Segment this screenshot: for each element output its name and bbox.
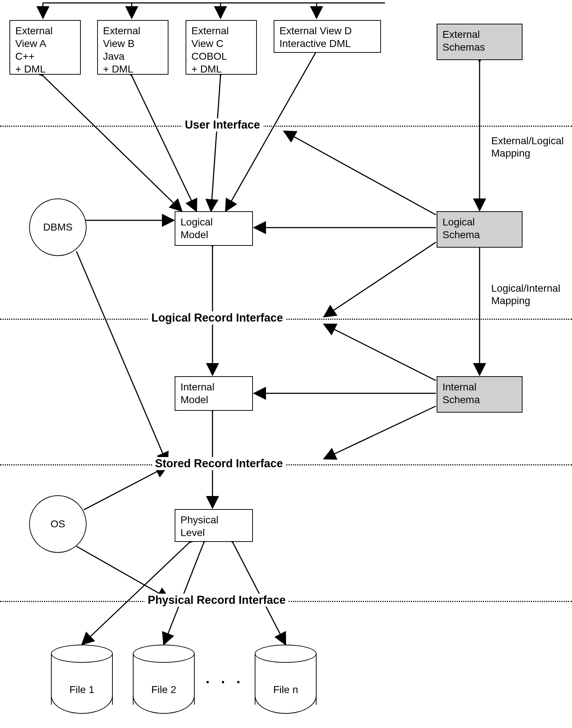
stored-record-line — [0, 464, 572, 465]
external-view-d: External View D Interactive DML — [274, 20, 381, 53]
logical-record-line — [0, 319, 572, 320]
svg-line-5 — [43, 76, 182, 211]
physical-level: Physical Level — [175, 509, 253, 542]
logical-record-label: Logical Record Interface — [148, 311, 286, 324]
file-2-label: File 2 — [133, 684, 195, 696]
arrows-layer — [0, 0, 572, 728]
svg-line-11 — [284, 131, 436, 215]
physical-record-label: Physical Record Interface — [145, 594, 289, 607]
file-1-cylinder: File 1 — [51, 645, 113, 714]
user-interface-line — [0, 126, 572, 127]
stored-record-label: Stored Record Interface — [152, 457, 286, 470]
diagram-canvas: External View A C++ + DML External View … — [0, 0, 572, 728]
file-1-label: File 1 — [51, 684, 113, 696]
svg-line-18 — [76, 251, 167, 464]
svg-line-20 — [76, 546, 169, 599]
files-ellipsis: . . . — [206, 670, 244, 686]
internal-schema: Internal Schema — [437, 376, 523, 413]
external-schemas: External Schemas — [437, 24, 523, 60]
file-n-label: File n — [255, 684, 317, 696]
file-2-cylinder: File 2 — [133, 645, 195, 714]
logical-internal-mapping-label: Logical/Internal Mapping — [491, 282, 560, 307]
dbms-circle: DBMS — [29, 198, 87, 256]
file-n-cylinder: File n — [255, 645, 317, 714]
svg-line-16 — [324, 406, 436, 459]
logical-model: Logical Model — [175, 211, 253, 246]
os-circle: OS — [29, 495, 87, 553]
svg-line-13 — [324, 242, 436, 317]
svg-line-6 — [132, 76, 196, 211]
svg-line-14 — [324, 324, 436, 381]
svg-line-19 — [84, 466, 167, 510]
internal-model: Internal Model — [175, 376, 253, 411]
external-view-b: External View B Java + DML — [97, 20, 168, 75]
user-interface-label: User Interface — [182, 118, 263, 131]
external-view-c: External View C COBOL + DML — [186, 20, 257, 75]
logical-schema: Logical Schema — [437, 211, 523, 248]
svg-line-7 — [211, 76, 221, 211]
external-logical-mapping-label: External/Logical Mapping — [491, 135, 564, 159]
os-label: OS — [51, 518, 65, 530]
dbms-label: DBMS — [43, 221, 73, 233]
external-view-a: External View A C++ + DML — [9, 20, 81, 75]
